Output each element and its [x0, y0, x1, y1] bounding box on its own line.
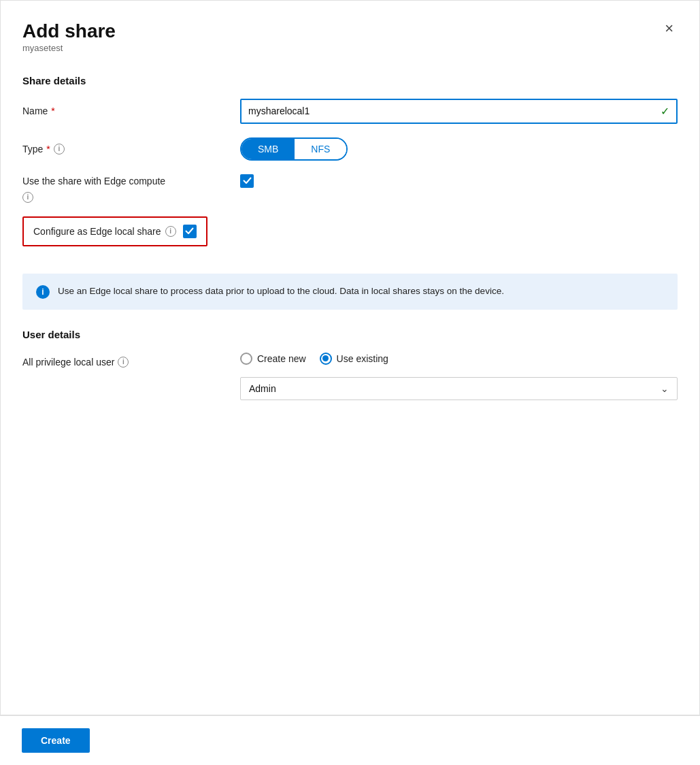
type-smb-button[interactable]: SMB: [241, 139, 295, 159]
dropdown-chevron-icon: ⌄: [661, 383, 669, 394]
user-dropdown-wrapper: Admin ⌄: [240, 377, 678, 400]
user-details-section-title: User details: [22, 329, 678, 340]
edge-compute-info-icon: i: [22, 192, 33, 203]
type-toggle-group: SMB NFS: [240, 137, 348, 161]
radio-use-existing-dot: [322, 355, 329, 361]
all-privilege-info-icon: i: [118, 357, 129, 368]
radio-create-new[interactable]: Create new: [240, 353, 306, 365]
type-label: Type * i: [22, 144, 240, 154]
type-info-icon: i: [54, 144, 65, 154]
close-button[interactable]: ×: [661, 20, 678, 37]
radio-create-new-label: Create new: [257, 353, 306, 364]
radio-group: Create new Use existing: [240, 353, 678, 365]
create-button[interactable]: Create: [22, 728, 90, 753]
share-details-section-title: Share details: [22, 75, 678, 86]
type-nfs-button[interactable]: NFS: [295, 139, 346, 159]
edge-compute-checkbox[interactable]: [240, 174, 254, 188]
edge-local-checkbox[interactable]: [183, 225, 197, 238]
radio-create-new-circle: [240, 353, 252, 365]
edge-compute-checkbox-wrapper: [240, 174, 254, 188]
radio-use-existing-label: Use existing: [337, 353, 388, 364]
dialog-title: Add share: [22, 20, 116, 43]
name-label: Name *: [22, 105, 240, 116]
info-box: i Use an Edge local share to process dat…: [22, 274, 678, 310]
info-box-text: Use an Edge local share to process data …: [58, 284, 504, 298]
radio-use-existing[interactable]: Use existing: [320, 353, 388, 365]
info-box-icon: i: [36, 285, 50, 299]
dialog-subtitle: myasetest: [22, 43, 116, 53]
edge-local-label: Configure as Edge local share i: [33, 226, 176, 237]
name-required-star: *: [51, 105, 54, 116]
name-input-value: mysharelocal1: [248, 105, 310, 116]
edge-local-share-box: Configure as Edge local share i: [22, 216, 207, 246]
edge-local-info-icon: i: [165, 226, 176, 237]
name-input-display[interactable]: mysharelocal1 ✓: [240, 99, 678, 124]
name-valid-icon: ✓: [661, 105, 669, 118]
user-dropdown[interactable]: Admin ⌄: [240, 377, 678, 400]
dialog-footer: Create: [0, 715, 700, 765]
all-privilege-label: All privilege local user i: [22, 357, 240, 368]
radio-use-existing-circle: [320, 353, 332, 365]
user-dropdown-value: Admin: [249, 383, 276, 394]
type-required-star: *: [46, 144, 50, 154]
edge-compute-label: Use the share with Edge compute: [22, 176, 240, 186]
